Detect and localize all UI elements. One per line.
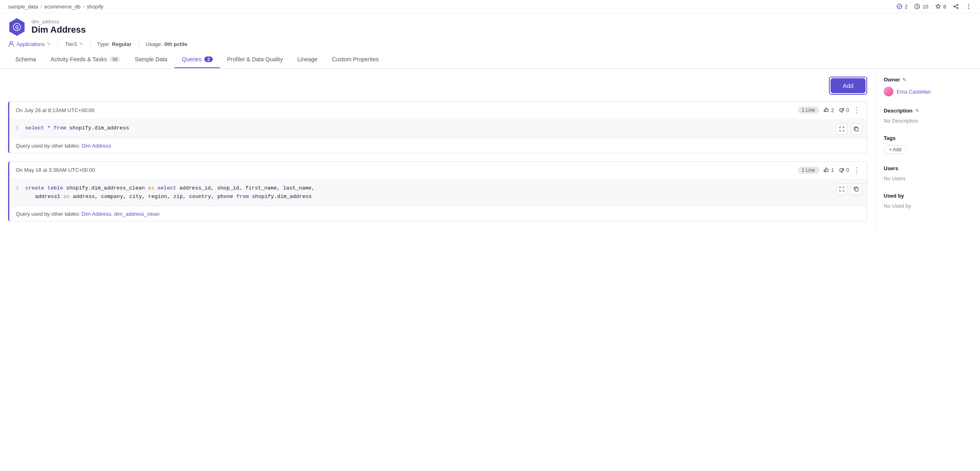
code-space-2 (154, 185, 158, 191)
owner-avatar (884, 87, 893, 96)
query-1-more-button[interactable]: ⋮ (853, 106, 860, 114)
code-line-num-1: 1 (16, 125, 19, 131)
query-2-lines: 1 Line (798, 167, 819, 174)
history-count[interactable]: 10 (914, 3, 928, 10)
users-value: No Users (884, 175, 972, 181)
tier-edit-icon[interactable]: ✎ (79, 41, 83, 47)
query-1-downvote[interactable]: 0 (838, 107, 849, 113)
title-block: dim_address Dim Address (31, 19, 86, 35)
tags-section-title: Tags (884, 135, 972, 141)
query-2-footer-prefix: Query used by other tables: (16, 211, 80, 217)
query-card-2-header: On May 18 at 3:38AM UTC+00:00 1 Line 1 0… (9, 162, 867, 179)
code-plain-5: address1 (35, 194, 63, 200)
tab-schema[interactable]: Schema (8, 51, 43, 68)
meta-row: Applications ✎ | Tier3 ✎ | Type: Regular… (0, 39, 980, 51)
used-by-section-title: Used by (884, 193, 972, 199)
add-btn-row: Add (8, 77, 867, 95)
copy-icon-1 (853, 126, 859, 132)
owner-section-title: Owner ✎ (884, 77, 972, 83)
person-icon (8, 41, 15, 47)
query-2-upvote-count: 1 (831, 167, 834, 173)
owner-link[interactable]: Applications (17, 41, 45, 47)
kw-select-2: select (158, 185, 176, 191)
svg-text:Q: Q (15, 25, 19, 29)
expand-code-button-2[interactable] (836, 183, 847, 195)
more-menu-button[interactable] (965, 3, 972, 10)
kw-as-1: as (148, 185, 154, 191)
activity-badge: 56 (110, 56, 120, 62)
entity-icon: Q (8, 18, 26, 36)
svg-point-3 (957, 8, 958, 9)
page-title: Dim Address (31, 25, 86, 35)
expand-code-button-1[interactable] (836, 123, 847, 135)
svg-point-6 (968, 6, 970, 7)
code-plain-6: address, company, city, region, zip, cou… (70, 194, 236, 200)
usage-value: 0th pctile (164, 41, 187, 47)
share-icon (953, 3, 959, 10)
kw-from-1: from (54, 125, 66, 131)
svg-rect-14 (824, 170, 825, 172)
query-1-footer: Query used by other tables: Dim Address (9, 138, 867, 153)
breadcrumb-item-1[interactable]: sample_data (8, 4, 38, 10)
query-2-footer-link-2[interactable]: dim_address_clean (114, 211, 160, 217)
meta-divider-3: | (138, 41, 139, 47)
add-query-button[interactable]: Add (831, 78, 866, 93)
usage-label: Usage: (146, 41, 162, 47)
code-line-num-2: 1 (16, 185, 19, 191)
star-count[interactable]: 8 (935, 3, 946, 10)
tab-custom[interactable]: Custom Properties (325, 51, 386, 68)
svg-rect-15 (843, 169, 844, 171)
svg-rect-11 (824, 110, 825, 112)
code-plain-3: shopify.dim_address_clean (63, 185, 148, 191)
svg-rect-13 (855, 128, 858, 131)
owner-edit-icon[interactable]: ✎ (47, 41, 51, 47)
query-1-footer-prefix: Query used by other tables: (16, 143, 80, 149)
star-icon (935, 3, 941, 10)
query-2-upvote[interactable]: 1 (823, 167, 834, 173)
description-edit-icon[interactable]: ✎ (915, 108, 919, 114)
owner-section-edit-icon[interactable]: ✎ (902, 77, 906, 83)
mentions-count[interactable]: 2 (896, 3, 907, 10)
owner-name[interactable]: Ema Castellari (897, 89, 931, 95)
code-plain-2: shopify.dim_address (66, 125, 129, 131)
type-value: Regular (112, 41, 131, 47)
tags-section: Tags + Add (884, 135, 972, 154)
svg-point-7 (968, 8, 970, 9)
tier-label: Tier3 (65, 41, 77, 47)
query-2-more-button[interactable]: ⋮ (853, 167, 860, 174)
svg-point-5 (968, 4, 970, 5)
add-tag-button[interactable]: + Add (884, 145, 907, 154)
breadcrumb-item-2[interactable]: ecommerce_db (44, 4, 81, 10)
content-area: Add On July 26 at 8:13AM UTC+00:00 1 Lin… (0, 69, 875, 238)
type-label: Type: (97, 41, 110, 47)
kw-as-2: as (63, 194, 70, 200)
breadcrumb-item-3[interactable]: shopify (87, 4, 103, 10)
code-1-actions (836, 123, 862, 135)
tab-sample[interactable]: Sample Data (127, 51, 174, 68)
query-1-downvote-count: 0 (846, 107, 849, 113)
query-1-footer-link-1[interactable]: Dim Address (81, 143, 111, 149)
copy-code-button-2[interactable] (851, 183, 862, 195)
query-2-downvote[interactable]: 0 (838, 167, 849, 173)
tab-profiler[interactable]: Profiler & Data Quality (220, 51, 291, 68)
share-button[interactable] (953, 3, 959, 10)
query-2-actions: 1 Line 1 0 ⋮ (798, 167, 860, 174)
query-1-upvote[interactable]: 2 (823, 107, 834, 113)
users-section: Users No Users (884, 165, 972, 181)
kw-from-2: from (236, 194, 249, 200)
copy-code-button-1[interactable] (851, 123, 862, 135)
breadcrumb-bar: sample_data / ecommerce_db / shopify 2 1… (0, 0, 980, 13)
query-2-footer-link-1[interactable]: Dim Address (81, 211, 111, 217)
tab-queries[interactable]: Queries 2 (174, 51, 220, 68)
tab-lineage[interactable]: Lineage (290, 51, 325, 68)
expand-icon-1 (839, 126, 845, 132)
query-1-code: 1select * from shopify.dim_address (9, 119, 867, 138)
usage-meta: Usage: 0th pctile (146, 41, 187, 47)
copy-icon-2 (853, 186, 859, 192)
query-1-upvote-count: 2 (831, 107, 834, 113)
expand-icon-2 (839, 186, 845, 192)
query-card-1-header: On July 26 at 8:13AM UTC+00:00 1 Line 2 … (9, 102, 867, 119)
tab-activity[interactable]: Activity Feeds & Tasks 56 (43, 51, 127, 68)
svg-point-4 (954, 6, 955, 7)
kw-create: create (25, 185, 44, 191)
